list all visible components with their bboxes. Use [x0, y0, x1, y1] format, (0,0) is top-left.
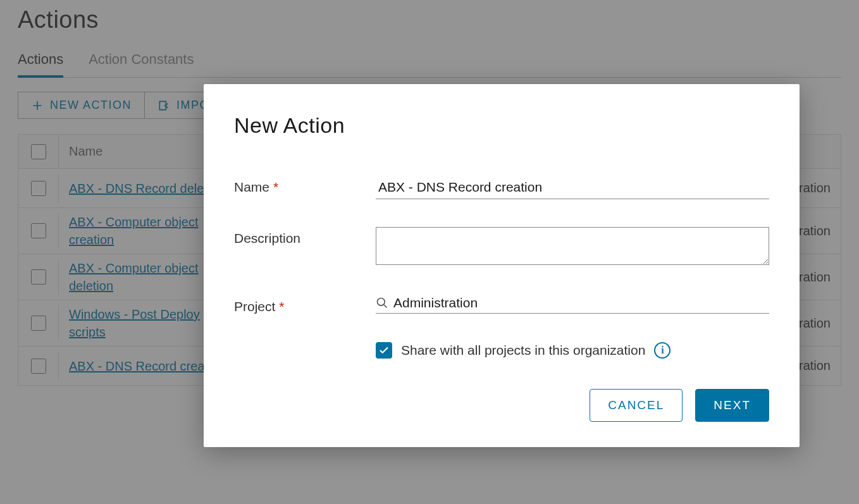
modal-footer: CANCEL NEXT: [234, 389, 769, 422]
name-label: Name*: [234, 176, 376, 195]
info-icon[interactable]: i: [654, 342, 671, 359]
next-button[interactable]: NEXT: [695, 389, 769, 422]
name-input[interactable]: [376, 176, 769, 199]
search-icon: [376, 297, 388, 309]
description-textarea[interactable]: [376, 227, 769, 265]
project-label: Project*: [234, 295, 376, 314]
share-label: Share with all projects in this organiza…: [401, 343, 645, 358]
description-label: Description: [234, 227, 376, 246]
svg-point-0: [378, 298, 385, 306]
project-input[interactable]: [393, 295, 769, 310]
check-icon: [378, 345, 390, 356]
share-checkbox[interactable]: [376, 342, 392, 359]
cancel-button[interactable]: CANCEL: [590, 389, 683, 422]
modal-title: New Action: [234, 113, 769, 138]
new-action-modal: New Action Name* Description Project* Sh…: [204, 84, 800, 447]
